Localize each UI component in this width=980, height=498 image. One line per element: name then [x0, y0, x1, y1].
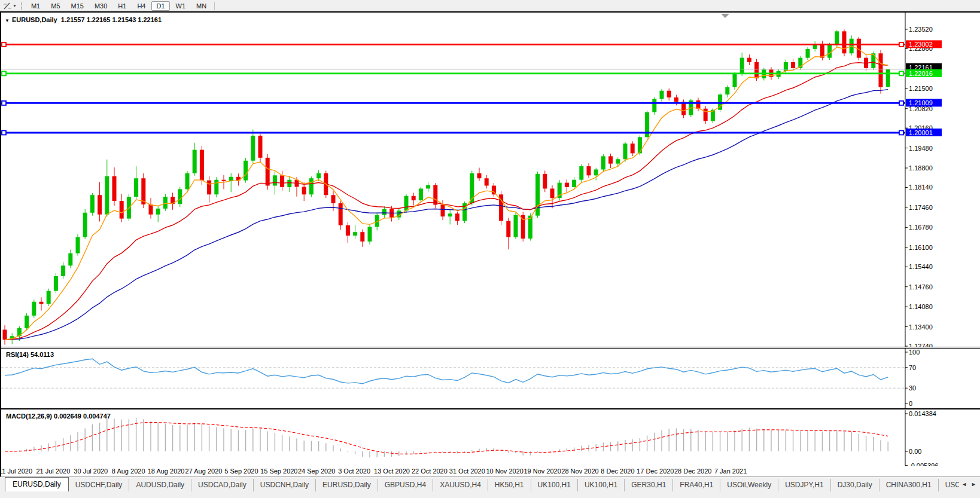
chart-tab-5[interactable]: EURUSD,Daily — [316, 479, 378, 491]
chart-tab-9[interactable]: UK100,H1 — [531, 479, 578, 491]
svg-text:1.16100: 1.16100 — [909, 244, 933, 251]
date-label: 28 Nov 2020 — [561, 468, 598, 475]
date-label: 7 Jan 2021 — [714, 468, 747, 475]
rsi-panel-canvas[interactable]: 10070300 — [1, 349, 980, 408]
timeframe-button-mn[interactable]: MN — [191, 1, 211, 11]
tab-scroll-right-icon[interactable]: ► — [971, 481, 976, 487]
svg-text:1.18140: 1.18140 — [909, 184, 933, 191]
date-label: 10 Nov 2020 — [486, 468, 523, 475]
svg-text:0.014384: 0.014384 — [909, 410, 936, 417]
toolbar-grip — [21, 2, 22, 10]
rsi-label: RSI(14) 54.0113 — [6, 351, 54, 358]
price-tag-1.23002: 1.23002 — [906, 40, 942, 48]
macd-label: MACD(12,26,9) 0.002649 0.004747 — [6, 413, 111, 420]
date-label: 17 Dec 2020 — [637, 468, 674, 475]
chart-tab-15[interactable]: DJ30,Daily — [831, 479, 879, 491]
macd-panel-canvas[interactable]: 0.0143840.00-0.005396 — [1, 410, 980, 466]
date-label: 27 Aug 2020 — [185, 468, 223, 475]
svg-text:1.20001: 1.20001 — [909, 129, 933, 136]
chart-tab-2[interactable]: AUDUSD,Daily — [129, 479, 191, 491]
svg-text:1.18800: 1.18800 — [909, 164, 933, 172]
date-label: 30 Jul 2020 — [74, 468, 108, 475]
timeframe-button-h1[interactable]: H1 — [113, 1, 131, 11]
chart-tab-3[interactable]: USDCAD,Daily — [191, 479, 254, 491]
date-label: 15 Sep 2020 — [260, 468, 297, 475]
date-label: 8 Dec 2020 — [601, 468, 634, 475]
line-anchor-icon[interactable] — [899, 101, 903, 105]
chart-tab-6[interactable]: GBPUSD,H4 — [378, 479, 433, 491]
mt4-terminal: ▼ M1M5M15M30H1H4D1W1MN 1.235201.228601.2… — [0, 0, 980, 498]
date-label: 3 Oct 2020 — [338, 468, 370, 475]
timeframe-button-m15[interactable]: M15 — [66, 1, 89, 11]
svg-text:1.23520: 1.23520 — [909, 26, 933, 33]
svg-text:0.00: 0.00 — [909, 448, 921, 455]
timeframe-button-m30[interactable]: M30 — [90, 1, 112, 11]
line-anchor-icon[interactable] — [2, 130, 6, 135]
chart-tab-7[interactable]: XAUUSD,H4 — [433, 479, 488, 491]
line-anchor-icon[interactable] — [2, 101, 6, 105]
svg-text:1.23002: 1.23002 — [909, 41, 933, 48]
crosshair-tool-icon[interactable] — [2, 1, 13, 10]
timeframe-toolbar: ▼ M1M5M15M30H1H4D1W1MN — [0, 0, 980, 12]
price-tag-1.21009: 1.21009 — [906, 99, 942, 106]
date-label: 11 Jul 2020 — [0, 468, 32, 475]
chart-tab-11[interactable]: GER30,H1 — [625, 479, 673, 491]
price-chart-canvas[interactable]: 1.235201.228601.215001.208201.201601.194… — [1, 13, 980, 347]
chart-tab-8[interactable]: HK50,H1 — [488, 479, 531, 491]
chart-title: ▼EURUSD,Daily 1.21557 1.22165 1.21543 1.… — [5, 16, 162, 23]
svg-text:1.21500: 1.21500 — [909, 85, 933, 92]
svg-text:70: 70 — [909, 364, 916, 371]
line-anchor-icon[interactable] — [899, 42, 903, 47]
chart-tab-bar: EURUSD,DailyUSDCHF,DailyAUDUSD,DailyUSDC… — [0, 476, 980, 491]
line-anchor-icon[interactable] — [899, 71, 903, 75]
date-label: 31 Oct 2020 — [449, 468, 485, 475]
timeframe-button-m5[interactable]: M5 — [46, 1, 65, 11]
chart-title-ohlc: 1.21557 1.22165 1.21543 1.22161 — [61, 16, 162, 23]
svg-text:1.22016: 1.22016 — [909, 70, 933, 77]
date-label: 22 Oct 2020 — [412, 468, 448, 475]
date-label: 19 Nov 2020 — [524, 468, 561, 475]
chart-tab-0[interactable]: EURUSD,Daily — [5, 477, 69, 491]
chart-window: 1.235201.228601.215001.208201.201601.194… — [0, 11, 980, 478]
line-anchor-icon[interactable] — [2, 71, 6, 75]
rsi-line — [5, 359, 888, 384]
svg-text:1.14080: 1.14080 — [909, 303, 933, 310]
date-label: 8 Aug 2020 — [112, 468, 145, 475]
macd-signal-line — [5, 423, 888, 454]
chart-tab-14[interactable]: USDJPY,H1 — [778, 479, 830, 491]
chart-tab-1[interactable]: USDCHF,Daily — [69, 479, 130, 491]
date-label: 28 Dec 2020 — [674, 468, 711, 475]
timeframe-button-m1[interactable]: M1 — [26, 1, 45, 11]
svg-text:1.14760: 1.14760 — [909, 283, 933, 291]
date-label: 13 Oct 2020 — [374, 468, 410, 475]
chart-tab-12[interactable]: FRA40,H1 — [673, 479, 720, 491]
tab-scroll-left-icon[interactable]: ◄ — [961, 481, 967, 487]
svg-text:0: 0 — [909, 400, 912, 407]
timeframe-button-h4[interactable]: H4 — [132, 1, 150, 11]
date-label: 24 Sep 2020 — [298, 468, 335, 475]
svg-text:1.15440: 1.15440 — [909, 263, 933, 270]
chart-tab-4[interactable]: USDCNH,Daily — [254, 479, 316, 491]
line-anchor-icon[interactable] — [899, 130, 903, 135]
chart-tab-13[interactable]: USOil,Weekly — [720, 479, 778, 491]
svg-text:1.12740: 1.12740 — [909, 343, 933, 347]
date-label: 18 Aug 2020 — [148, 468, 185, 475]
chart-tab-10[interactable]: UK100,H1 — [578, 479, 625, 491]
date-label: 5 Sep 2020 — [224, 468, 258, 475]
collapse-triangle-icon[interactable]: ▼ — [5, 18, 10, 23]
date-axis[interactable]: 11 Jul 202021 Jul 202030 Jul 20208 Aug 2… — [1, 466, 980, 476]
date-label: 21 Jul 2020 — [36, 468, 70, 475]
timeframe-button-d1[interactable]: D1 — [151, 1, 169, 11]
chart-tab-16[interactable]: CHINA300,H1 — [879, 479, 939, 491]
macd-histogram — [5, 418, 888, 457]
line-anchor-icon[interactable] — [2, 42, 6, 47]
svg-text:1.17460: 1.17460 — [909, 204, 933, 211]
timeframe-button-w1[interactable]: W1 — [171, 1, 191, 11]
tool-dropdown-arrow-icon[interactable]: ▼ — [13, 4, 17, 8]
chart-title-symbol: EURUSD,Daily — [12, 16, 57, 23]
tab-scroll-arrows: ◄► — [959, 477, 979, 491]
svg-text:1.19480: 1.19480 — [909, 145, 933, 152]
price-tag-1.22016: 1.22016 — [906, 69, 942, 77]
chart-shift-marker[interactable] — [721, 14, 729, 18]
ma-slow-blue[interactable] — [5, 90, 888, 340]
